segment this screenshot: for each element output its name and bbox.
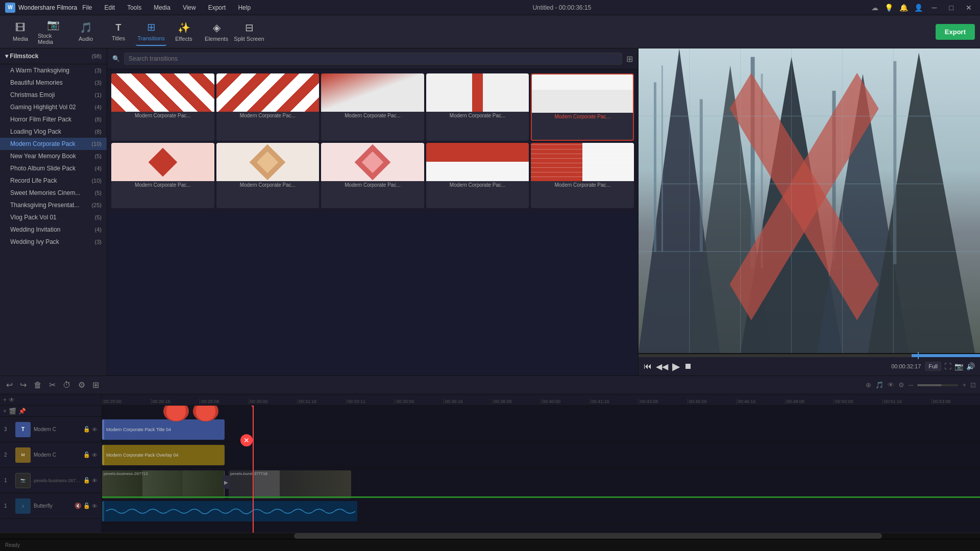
transition-item-10[interactable]: Modern Corporate Pac...: [531, 143, 634, 208]
zoom-out-icon[interactable]: ─: [909, 381, 913, 389]
video-clip-2[interactable]: pexels-burst-377718: [229, 470, 351, 498]
add-track-button[interactable]: +: [3, 408, 7, 415]
sidebar-item-thanksgiving[interactable]: Thanksgiving Presentat... (25): [0, 199, 107, 211]
transition-label-3: Modern Corporate Pac...: [321, 112, 424, 119]
scrollbar-thumb[interactable]: [294, 533, 882, 539]
delete-button[interactable]: 🗑: [32, 380, 44, 391]
grid-toggle-icon[interactable]: ⊞: [626, 54, 633, 64]
fullscreen-icon[interactable]: ⛶: [944, 362, 951, 370]
video-clip-1[interactable]: pexels-business-267713: [102, 470, 225, 498]
sidebar-item-wedding-invitation[interactable]: Wedding Invitation (4): [0, 223, 107, 236]
menu-edit[interactable]: Edit: [103, 3, 117, 12]
minimize-button[interactable]: ─: [929, 3, 940, 13]
sidebar-item-modern-corporate[interactable]: Modern Corporate Pack (10): [0, 138, 107, 150]
cloud-icon[interactable]: ☁: [871, 4, 878, 12]
sidebar-item-new-year-memory[interactable]: New Year Memory Book (5): [0, 150, 107, 162]
main-track-icon[interactable]: 🎬: [9, 408, 16, 415]
search-input[interactable]: [124, 53, 622, 65]
transition-item-4[interactable]: Modern Corporate Pac...: [426, 73, 529, 141]
maximize-button[interactable]: □: [946, 3, 957, 13]
user-icon[interactable]: 👤: [914, 4, 923, 12]
track-2-lock-icon[interactable]: 🔓: [83, 452, 90, 458]
sidebar-item-loading-vlog[interactable]: Loading Vlog Pack (8): [0, 126, 107, 138]
transition-item-5[interactable]: Modern Corporate Pac...: [531, 73, 634, 141]
transition-item-8[interactable]: Modern Corporate Pac...: [321, 143, 424, 208]
track-audio-lock-icon[interactable]: 🔓: [83, 503, 90, 509]
stop-button[interactable]: ⏹: [684, 362, 692, 371]
track-3-lock-icon[interactable]: 🔓: [83, 426, 90, 433]
quality-selector[interactable]: Full: [925, 362, 941, 371]
cut-button[interactable]: ✂: [47, 379, 58, 391]
tool-elements[interactable]: ◈ Elements: [201, 18, 232, 46]
sidebar-item-photo-album[interactable]: Photo Album Slide Pack (4): [0, 162, 107, 174]
menu-tools[interactable]: Tools: [125, 3, 143, 12]
zoom-in-icon[interactable]: +: [962, 381, 966, 389]
menu-view[interactable]: View: [181, 3, 198, 12]
sidebar-item-christmas-emoji[interactable]: Christmas Emoji (1): [0, 89, 107, 101]
menu-media[interactable]: Media: [152, 3, 173, 12]
tool-effects[interactable]: ✨ Effects: [168, 18, 199, 46]
close-button[interactable]: ✕: [963, 3, 975, 13]
transition-item-7[interactable]: Modern Corporate Pac...: [216, 143, 320, 208]
menu-file[interactable]: File: [80, 3, 94, 12]
collab-icon[interactable]: 👁: [888, 381, 894, 389]
play-button[interactable]: ▶: [672, 360, 680, 372]
volume-icon[interactable]: 🔊: [966, 362, 975, 370]
settings-button[interactable]: ⚙: [76, 379, 87, 391]
sidebar-item-gaming-highlight[interactable]: Gaming Highlight Vol 02 (4): [0, 101, 107, 113]
sidebar-item-vlog-pack[interactable]: Vlog Pack Vol 01 (5): [0, 211, 107, 223]
track-audio-eye-icon[interactable]: 👁: [92, 503, 97, 509]
step-back-button[interactable]: ◀◀: [656, 362, 668, 371]
timeline-settings-icon[interactable]: ⚙: [898, 381, 904, 389]
track-3-eye-icon[interactable]: 👁: [92, 427, 97, 433]
tool-titles[interactable]: T Titles: [103, 18, 134, 46]
redo-button[interactable]: ↪: [18, 379, 29, 391]
layout-button[interactable]: ⊞: [90, 379, 101, 391]
timeline-scrollbar[interactable]: [0, 533, 980, 539]
overlay-clip[interactable]: Modern Corporate Pack Overlay 04: [102, 445, 225, 465]
transition-item-2[interactable]: Modern Corporate Pac...: [216, 73, 320, 141]
menu-help[interactable]: Help: [236, 3, 253, 12]
tool-split-screen[interactable]: ⊟ Split Screen: [234, 18, 264, 46]
sidebar-item-record-life[interactable]: Record Life Pack (10): [0, 174, 107, 187]
skip-back-button[interactable]: ⏮: [644, 362, 652, 371]
transition-item-9[interactable]: Modern Corporate Pac...: [426, 143, 529, 208]
elements-icon: ◈: [213, 21, 220, 34]
transition-item-6[interactable]: Modern Corporate Pac...: [111, 143, 214, 208]
sidebar-item-warm-thanksgiving[interactable]: A Warm Thanksgiving (3): [0, 64, 107, 77]
sidebar-item-wedding-ivy[interactable]: Wedding Ivy Pack (3): [0, 236, 107, 248]
sidebar-item-beautiful-memories[interactable]: Beautiful Memories (3): [0, 77, 107, 89]
preview-progress-bar[interactable]: [639, 354, 980, 357]
track-2-eye-icon[interactable]: 👁: [92, 452, 97, 458]
add-track-icon[interactable]: +: [3, 396, 7, 404]
undo-button[interactable]: ↩: [4, 379, 15, 391]
tool-audio[interactable]: 🎵 Audio: [70, 18, 101, 46]
track-audio-mute-icon[interactable]: 🔇: [75, 503, 82, 509]
track-1-eye-icon[interactable]: 👁: [92, 478, 97, 484]
bulb-icon[interactable]: 💡: [885, 4, 893, 12]
transition-item-3[interactable]: Modern Corporate Pac...: [321, 73, 424, 141]
audio-mix-icon[interactable]: 🎵: [875, 381, 884, 389]
playback-icon[interactable]: ⊕: [866, 381, 871, 389]
duration-button[interactable]: ⏱: [61, 380, 73, 391]
playhead[interactable]: [253, 406, 254, 533]
tool-transitions[interactable]: ⊞ Transitions: [136, 18, 166, 46]
sidebar-item-sweet-memories[interactable]: Sweet Memories Cinem... (5): [0, 187, 107, 199]
sidebar-item-horror-film[interactable]: Horror Film Filter Pack (8): [0, 113, 107, 126]
pin-icon[interactable]: 📌: [18, 408, 26, 415]
transition-item-1[interactable]: Modern Corporate Pac...: [111, 73, 214, 141]
tool-stock-media[interactable]: 📷 Stock Media: [38, 18, 68, 46]
zoom-slider[interactable]: [917, 384, 958, 386]
track-1-lock-icon[interactable]: 🔓: [83, 477, 90, 484]
track-row-audio: [102, 498, 980, 524]
transition-cut-marker[interactable]: ✕: [240, 434, 253, 446]
export-button[interactable]: Export: [936, 24, 975, 40]
title-clip[interactable]: Modern Corporate Pack Title 04: [102, 419, 225, 440]
bell-icon[interactable]: 🔔: [899, 4, 908, 12]
eye-icon[interactable]: 👁: [9, 396, 15, 404]
menu-export[interactable]: Export: [206, 3, 228, 12]
fit-icon[interactable]: ⊡: [970, 381, 976, 389]
audio-clip[interactable]: [102, 501, 357, 521]
tool-media[interactable]: 🎞 Media: [5, 18, 36, 46]
snapshot-icon[interactable]: 📷: [954, 362, 963, 370]
